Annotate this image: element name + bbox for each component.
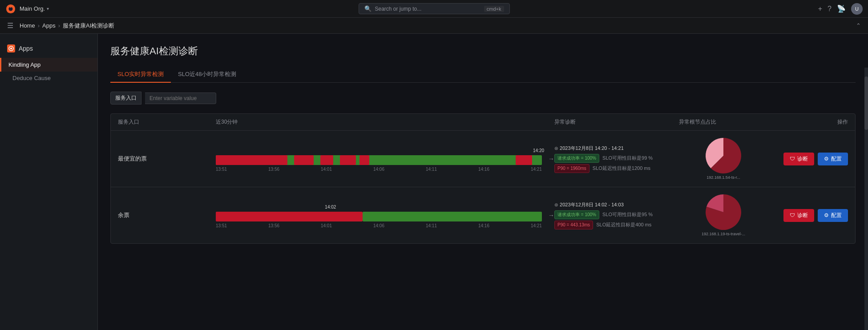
apps-icon (7, 44, 15, 52)
row-1-badge2-suffix: SLO延迟性目标是1200 ms (593, 165, 650, 171)
filter-row: 服务入口 (110, 92, 856, 105)
row-2-axis: 13:51 13:56 14:01 14:06 14:11 14:16 14:2… (216, 223, 542, 228)
svg-point-2 (10, 6, 12, 8)
row-1-badge1-line: 请求成功率 = 100% SLO可用性目标是99 % (554, 154, 679, 163)
row-2-diagnose-button[interactable]: 🛡 诊断 (783, 209, 814, 222)
row-1-actions: 🛡 诊断 ⚙ 配置 (768, 153, 848, 165)
row-2-badge2: P90 = 443.13ms (554, 221, 593, 229)
shield-icon: 🛡 (790, 156, 795, 162)
row-1-marker: 14:20 (533, 148, 544, 153)
row-2-pie-label: 192.168.1.19-ts-travel-... (702, 232, 745, 236)
col-header-pie: 异常根节点占比 (679, 118, 768, 126)
col-header-name: 服务入口 (118, 118, 216, 126)
row-1-badge2-line: P90 = 1960ms SLO延迟性目标是1200 ms (554, 164, 679, 173)
row-2-badge2-suffix: SLO延迟性目标是400 ms (596, 222, 651, 227)
search-bar[interactable]: 🔍 Search or jump to... cmd+k (359, 3, 510, 14)
col-header-anomaly: 异常诊断 (554, 118, 679, 126)
scrollbar-thumb[interactable] (864, 76, 868, 130)
tab-slo-realtime[interactable]: SLO实时异常检测 (110, 67, 171, 83)
row-1-pie: 192.168.1.54-ts-r... (679, 138, 768, 180)
breadcrumb-sep2: › (58, 22, 60, 29)
row-2: 余票 14:02 (111, 187, 855, 243)
row-1-pie-chart (706, 138, 741, 173)
search-icon: 🔍 (364, 5, 371, 12)
page-title: 服务健康AI检测诊断 (110, 44, 856, 58)
col-header-timeline: 近30分钟 (216, 118, 554, 126)
notifications-icon[interactable]: 📡 (837, 4, 846, 13)
svg-point-4 (10, 48, 12, 49)
scrollbar-track (864, 68, 868, 330)
arrow-icon: → (548, 155, 554, 162)
sidebar-apps-header: Apps (0, 41, 97, 58)
avatar[interactable]: U (851, 3, 863, 15)
row-2-badge1: 请求成功率 = 100% (554, 210, 599, 219)
row-1: 最便宜的票 14:20 (111, 131, 855, 187)
breadcrumb-apps[interactable]: Apps (42, 22, 56, 29)
tabs: SLO实时异常检测 SLO近48小时异常检测 (110, 67, 856, 83)
row-2-marker: 14:02 (325, 205, 336, 209)
topbar: Main Org. ▾ 🔍 Search or jump to... cmd+k… (0, 0, 868, 18)
col-header-actions: 操作 (768, 118, 848, 126)
breadcrumb-current: 服务健康AI检测诊断 (63, 22, 114, 30)
topbar-right: + ? 📡 U (818, 3, 863, 15)
help-icon[interactable]: ? (828, 5, 832, 13)
row-1-config-button[interactable]: ⚙ 配置 (818, 153, 848, 165)
row-1-bars (216, 155, 542, 165)
row-1-anomaly-time: ⊙ 2023年12月8日 14:20 - 14:21 (554, 145, 679, 153)
table-row: 最便宜的票 14:20 (111, 131, 855, 187)
sidebar: Apps Kindling App Deduce Cause (0, 34, 98, 330)
plus-icon[interactable]: + (818, 5, 822, 13)
org-name[interactable]: Main Org. ▾ (20, 5, 49, 12)
main-layout: Apps Kindling App Deduce Cause 服务健康AI检测诊… (0, 34, 868, 330)
row-2-badge1-line: 请求成功率 = 100% SLO可用性目标是95 % (554, 210, 679, 219)
row-2-pie: 192.168.1.19-ts-travel-... (679, 194, 768, 236)
row-1-pie-label: 192.168.1.54-ts-r... (707, 175, 740, 180)
row-1-anomaly: ⊙ 2023年12月8日 14:20 - 14:21 请求成功率 = 100% … (554, 145, 679, 173)
row-2-bars (216, 212, 542, 221)
content-area: 服务健康AI检测诊断 SLO实时异常检测 SLO近48小时异常检测 服务入口 服… (98, 34, 868, 330)
row-1-badge2: P90 = 1960ms (554, 164, 589, 173)
breadcrumb-bar: ☰ Home › Apps › 服务健康AI检测诊断 ⌃ (0, 18, 868, 34)
row-1-axis: 13:51 13:56 14:01 14:06 14:11 14:16 14:2… (216, 167, 542, 172)
table-row: 余票 14:02 (111, 187, 855, 243)
row-2-anomaly-time: ⊙ 2023年12月8日 14:02 - 14:03 (554, 201, 679, 209)
table-header: 服务入口 近30分钟 异常诊断 异常根节点占比 操作 (111, 114, 855, 131)
row-1-diagnose-button[interactable]: 🛡 诊断 (783, 153, 814, 165)
row-2-badge2-line: P90 = 443.13ms SLO延迟性目标是400 ms (554, 221, 679, 229)
shield-icon: 🛡 (790, 212, 795, 218)
arrow-icon: → (548, 212, 554, 219)
grafana-logo (5, 4, 16, 14)
sidebar-item-deduce[interactable]: Deduce Cause (0, 72, 97, 85)
breadcrumb-home[interactable]: Home (20, 22, 35, 29)
row-2-config-button[interactable]: ⚙ 配置 (818, 209, 848, 222)
shortcut-badge: cmd+k (484, 6, 504, 12)
row-1-badge1-suffix: SLO可用性目标是99 % (602, 155, 653, 161)
breadcrumb-sep1: › (38, 22, 40, 29)
row-2-badge1-suffix: SLO可用性目标是95 % (602, 212, 653, 217)
row-1-badge1: 请求成功率 = 100% (554, 154, 599, 163)
collapse-icon[interactable]: ⌃ (856, 22, 861, 29)
sidebar-apps-label: Apps (19, 45, 33, 52)
row-2-actions: 🛡 诊断 ⚙ 配置 (768, 209, 848, 222)
filter-label: 服务入口 (110, 92, 141, 105)
data-table: 服务入口 近30分钟 异常诊断 异常根节点占比 操作 最便宜的票 14:20 (110, 113, 856, 244)
row-1-timeline: 14:20 (216, 146, 554, 172)
sidebar-item-kindling[interactable]: Kindling App (0, 58, 97, 72)
hamburger-icon[interactable]: ☰ (7, 21, 13, 30)
row-2-anomaly: ⊙ 2023年12月8日 14:02 - 14:03 请求成功率 = 100% … (554, 201, 679, 230)
chevron-down-icon: ▾ (47, 6, 49, 11)
row-2-name: 余票 (118, 211, 216, 219)
row-2-timeline: 14:02 13:51 13:56 (216, 203, 554, 228)
row-2-pie-chart (706, 194, 741, 230)
filter-input[interactable] (145, 93, 216, 104)
tab-slo-48h[interactable]: SLO近48小时异常检测 (171, 67, 243, 83)
gear-icon: ⚙ (824, 212, 829, 218)
topbar-left: Main Org. ▾ (5, 4, 49, 14)
row-1-name: 最便宜的票 (118, 155, 216, 163)
gear-icon: ⚙ (824, 156, 829, 162)
